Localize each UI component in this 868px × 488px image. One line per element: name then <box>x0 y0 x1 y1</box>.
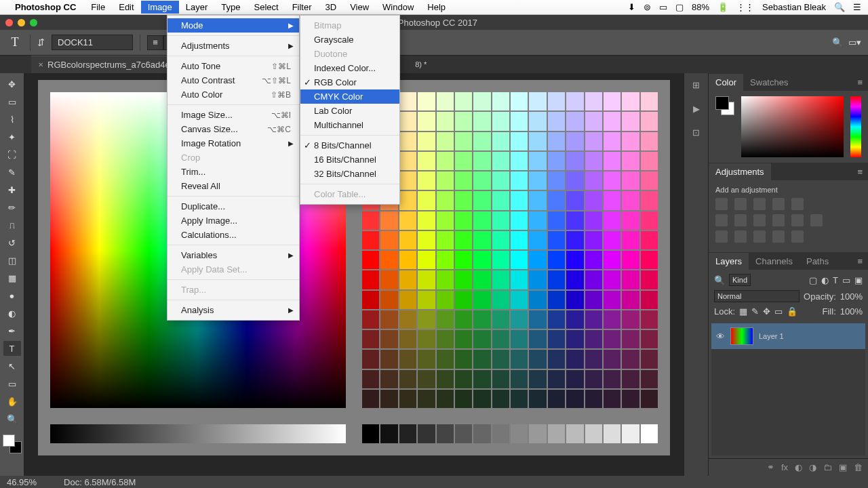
color-fgbg-swatch[interactable] <box>715 96 734 115</box>
mode-item-rgb-color[interactable]: ✓RGB Color <box>300 75 399 89</box>
blend-mode-select[interactable]: Normal <box>714 290 800 302</box>
workspace-switch-icon[interactable]: ▭▾ <box>848 37 861 47</box>
history-brush-tool[interactable]: ↺ <box>3 235 21 250</box>
channel-mixer-icon[interactable] <box>791 214 804 226</box>
properties-icon[interactable]: ⊞ <box>692 80 700 90</box>
menu-window[interactable]: Window <box>376 1 420 14</box>
doc-size[interactable]: Doc: 6.58M/6.58M <box>64 477 136 487</box>
threshold-icon[interactable] <box>753 230 766 243</box>
lut-icon[interactable] <box>810 214 823 226</box>
screen-icon[interactable]: ▢ <box>675 2 684 12</box>
new-fill-icon[interactable]: ◑ <box>809 462 816 472</box>
blur-tool[interactable]: ● <box>3 288 21 303</box>
menu-item-adjustments[interactable]: Adjustments▶ <box>167 39 299 53</box>
document-tab[interactable]: ✕ RGBcolorspectrums_a7c6ad4e-6 <box>31 56 184 73</box>
layer-mask-icon[interactable]: ◐ <box>795 462 802 472</box>
photo-filter-icon[interactable] <box>772 214 785 226</box>
panel-menu-icon[interactable]: ≡ <box>852 256 868 266</box>
posterize-icon[interactable] <box>734 230 747 243</box>
wifi-icon[interactable]: ⋮⋮ <box>736 2 754 12</box>
levels-icon[interactable] <box>734 198 747 210</box>
toggle-orientation-icon[interactable]: ⇵ <box>37 37 45 47</box>
menu-item-image-size-[interactable]: Image Size...⌥⌘I <box>167 108 299 122</box>
hand-tool[interactable]: ✋ <box>3 394 21 409</box>
menu-select[interactable]: Select <box>247 1 285 14</box>
eraser-tool[interactable]: ◫ <box>3 253 21 268</box>
filter-kind-icon[interactable]: 🔍 <box>714 275 725 285</box>
link-layers-icon[interactable]: ⚭ <box>767 462 774 472</box>
timeline-icon[interactable]: ⊡ <box>692 127 700 138</box>
marquee-tool[interactable]: ▭ <box>3 94 21 109</box>
layer-thumbnail[interactable] <box>730 327 753 345</box>
menu-type[interactable]: Type <box>214 1 247 14</box>
adjustments-tab[interactable]: Adjustments <box>709 163 771 180</box>
align-left-button[interactable]: ≡ <box>147 35 163 50</box>
battery-icon[interactable]: 🔋 <box>717 2 728 12</box>
swatches-tab[interactable]: Swatches <box>743 74 795 91</box>
dodge-tool[interactable]: ◐ <box>3 306 21 321</box>
layer-row[interactable]: 👁 Layer 1 <box>711 323 865 349</box>
filter-type-icon[interactable]: T <box>833 275 838 285</box>
active-tool-icon[interactable]: T <box>7 35 23 51</box>
maximize-window-button[interactable] <box>30 19 37 26</box>
menu-item-trim-[interactable]: Trim... <box>167 165 299 179</box>
mode-item-lab-color[interactable]: Lab Color <box>300 104 399 118</box>
filter-adjust-icon[interactable]: ◐ <box>821 275 829 285</box>
history-icon[interactable]: ▶ <box>693 104 700 114</box>
heal-tool[interactable]: ✚ <box>3 182 21 197</box>
vibrance-icon[interactable] <box>791 198 804 210</box>
opacity-value[interactable]: 100% <box>840 291 863 302</box>
mode-item-cmyk-color[interactable]: CMYK Color <box>300 89 399 104</box>
user-name[interactable]: Sebastian Bleak <box>762 2 826 12</box>
lock-position-icon[interactable]: ✥ <box>763 306 770 317</box>
menu-item-variables[interactable]: Variables▶ <box>167 248 299 262</box>
layers-tab[interactable]: Layers <box>709 253 749 270</box>
close-tab-icon[interactable]: ✕ <box>38 61 43 68</box>
menu-3d[interactable]: 3D <box>319 1 344 14</box>
menu-item-analysis[interactable]: Analysis▶ <box>167 303 299 317</box>
bw-icon[interactable] <box>753 214 766 226</box>
mode-item-indexed-color-[interactable]: Indexed Color... <box>300 61 399 75</box>
invert-icon[interactable] <box>715 230 728 243</box>
sync-icon[interactable]: ⊚ <box>644 2 651 12</box>
paths-tab[interactable]: Paths <box>800 253 835 270</box>
new-layer-icon[interactable]: ▣ <box>839 462 847 472</box>
fill-value[interactable]: 100% <box>840 306 863 317</box>
download-icon[interactable]: ⬇ <box>628 2 635 12</box>
menu-item-calculations-[interactable]: Calculations... <box>167 228 299 242</box>
menu-filter[interactable]: Filter <box>285 1 319 14</box>
lock-all-icon[interactable]: 🔒 <box>787 306 797 317</box>
menu-layer[interactable]: Layer <box>179 1 215 14</box>
font-family-select[interactable]: DOCK11 <box>52 35 133 50</box>
app-name[interactable]: Photoshop CC <box>15 2 76 12</box>
lock-pixels-icon[interactable]: ▦ <box>739 306 747 317</box>
filter-image-icon[interactable]: ▢ <box>809 275 817 285</box>
mode-item-multichannel[interactable]: Multichannel <box>300 118 399 132</box>
menu-extras-icon[interactable]: ☰ <box>853 2 861 12</box>
magic-wand-tool[interactable]: ✦ <box>3 129 21 144</box>
menu-item-mode[interactable]: Mode▶ <box>167 18 299 33</box>
search-icon[interactable]: 🔍 <box>832 37 843 47</box>
panel-menu-icon[interactable]: ≡ <box>852 77 868 87</box>
mode-item--bits-channel[interactable]: ✓8 Bits/Channel <box>300 138 399 152</box>
brush-tool[interactable]: ✏ <box>3 200 21 215</box>
lock-artboard-icon[interactable]: ▭ <box>774 306 783 317</box>
panel-menu-icon[interactable]: ≡ <box>852 167 868 177</box>
exposure-icon[interactable] <box>772 198 785 210</box>
selective-color-icon[interactable] <box>772 230 785 243</box>
color-tab[interactable]: Color <box>709 74 743 91</box>
menu-file[interactable]: File <box>84 1 112 14</box>
filter-shape-icon[interactable]: ▭ <box>842 275 850 285</box>
new-group-icon[interactable]: 🗀 <box>823 462 832 472</box>
rectangle-tool[interactable]: ▭ <box>3 376 21 391</box>
color-picker-field[interactable] <box>741 96 844 157</box>
layer-name[interactable]: Layer 1 <box>759 332 784 340</box>
menu-item-duplicate-[interactable]: Duplicate... <box>167 199 299 214</box>
search-icon[interactable]: 🔍 <box>834 2 845 12</box>
mode-item--bits-channel[interactable]: 32 Bits/Channel <box>300 167 399 181</box>
display-icon[interactable]: ▭ <box>659 2 667 12</box>
menu-item-auto-contrast[interactable]: Auto Contrast⌥⇧⌘L <box>167 73 299 87</box>
menu-item-reveal-all[interactable]: Reveal All <box>167 179 299 193</box>
pen-tool[interactable]: ✒ <box>3 323 21 338</box>
curves-icon[interactable] <box>753 198 766 210</box>
